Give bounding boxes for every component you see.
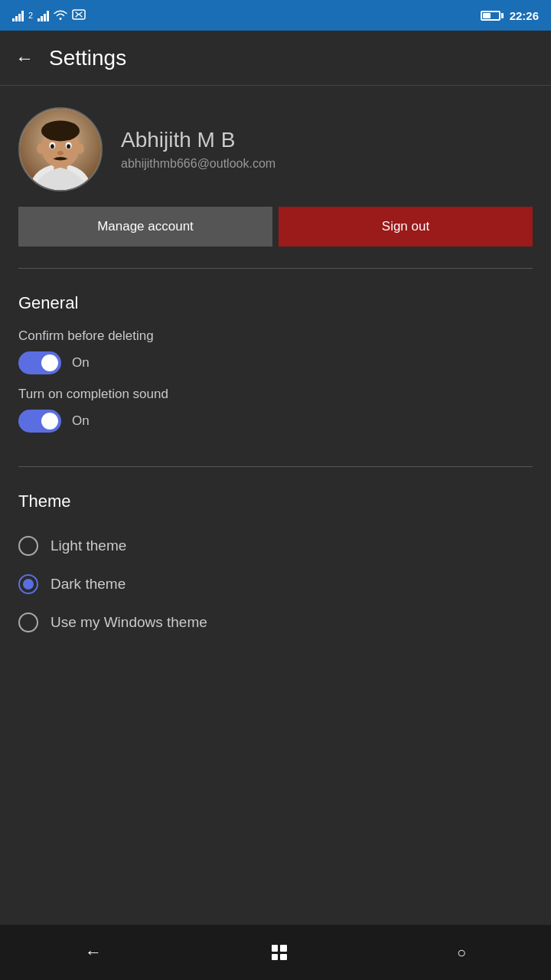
theme-windows-label: Use my Windows theme <box>51 614 207 631</box>
theme-windows-row[interactable]: Use my Windows theme <box>18 603 533 642</box>
status-left: 2 <box>12 9 86 22</box>
wifi-icon <box>54 9 67 22</box>
avatar <box>18 107 103 191</box>
header: ← Settings <box>0 31 551 86</box>
theme-light-label: Light theme <box>51 537 126 554</box>
signal-2-icon <box>37 9 49 21</box>
page-title: Settings <box>49 46 126 70</box>
svg-point-12 <box>37 143 44 153</box>
confirm-delete-label: Confirm before deleting <box>18 328 533 344</box>
theme-dark-radio-inner <box>23 579 34 590</box>
svg-point-11 <box>57 151 64 155</box>
divider-1 <box>18 268 533 269</box>
user-details: Abhijith M B abhijithmb666@outlook.com <box>121 128 276 171</box>
theme-windows-radio[interactable] <box>18 612 38 632</box>
svg-point-9 <box>51 144 54 149</box>
nav-home-button[interactable] <box>249 937 310 968</box>
theme-light-row[interactable]: Light theme <box>18 527 533 565</box>
completion-sound-row: Turn on completion sound On <box>18 387 533 433</box>
theme-dark-label: Dark theme <box>51 576 126 593</box>
profile-section: Abhijith M B abhijithmb666@outlook.com M… <box>0 86 551 265</box>
completion-sound-toggle[interactable] <box>18 410 61 433</box>
user-name: Abhijith M B <box>121 128 276 152</box>
status-right: 22:26 <box>481 9 539 22</box>
content: Abhijith M B abhijithmb666@outlook.com M… <box>0 86 551 925</box>
nav-search-button[interactable]: ○ <box>434 936 489 969</box>
confirm-delete-state: On <box>72 355 90 371</box>
theme-section-title: Theme <box>18 492 533 511</box>
battery-icon <box>481 11 504 21</box>
time-label: 22:26 <box>510 9 539 22</box>
manage-account-button[interactable]: Manage account <box>18 207 272 247</box>
message-icon <box>72 9 86 22</box>
confirm-delete-toggle-container: On <box>18 351 533 374</box>
profile-info: Abhijith M B abhijithmb666@outlook.com <box>18 107 533 191</box>
nav-back-button[interactable]: ← <box>62 935 125 970</box>
user-email: abhijithmb666@outlook.com <box>121 157 276 171</box>
general-section-title: General <box>18 293 533 313</box>
completion-sound-toggle-container: On <box>18 410 533 433</box>
theme-section: Theme Light theme Dark theme Use my Wind… <box>0 470 551 660</box>
confirm-delete-row: Confirm before deleting On <box>18 328 533 374</box>
completion-sound-label: Turn on completion sound <box>18 387 533 402</box>
sim2-label: 2 <box>28 11 33 20</box>
nav-search-icon: ○ <box>457 944 466 962</box>
windows-icon <box>272 945 287 960</box>
divider-2 <box>18 466 533 467</box>
nav-back-icon: ← <box>85 942 102 962</box>
status-bar: 2 22 <box>0 0 551 31</box>
signal-1-icon <box>12 9 24 21</box>
theme-dark-radio[interactable] <box>18 574 38 594</box>
back-button[interactable]: ← <box>15 47 34 69</box>
confirm-delete-toggle[interactable] <box>18 351 61 374</box>
general-section: General Confirm before deleting On Turn … <box>0 272 551 463</box>
bottom-nav: ← ○ <box>0 925 551 980</box>
svg-point-10 <box>67 144 70 149</box>
completion-sound-state: On <box>72 413 90 429</box>
sign-out-button[interactable]: Sign out <box>279 207 533 247</box>
theme-light-radio[interactable] <box>18 536 38 556</box>
svg-point-6 <box>41 120 80 141</box>
theme-dark-row[interactable]: Dark theme <box>18 565 533 603</box>
profile-buttons: Manage account Sign out <box>18 207 533 247</box>
svg-point-13 <box>77 143 84 153</box>
